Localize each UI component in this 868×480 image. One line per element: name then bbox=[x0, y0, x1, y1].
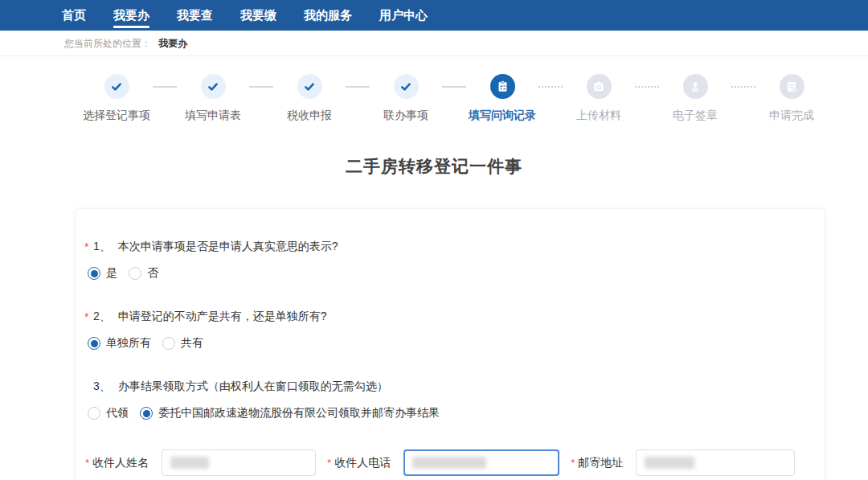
recipient-name-input[interactable] bbox=[162, 449, 316, 476]
option-label: 共有 bbox=[181, 336, 203, 351]
field-label: *邮寄地址 bbox=[571, 456, 623, 470]
field-recipient-name: *收件人姓名 bbox=[85, 449, 316, 476]
required-asterisk: * bbox=[84, 310, 88, 323]
radio-unselected-icon[interactable] bbox=[129, 267, 141, 280]
check-icon bbox=[297, 74, 322, 99]
option-label: 是 bbox=[106, 266, 117, 281]
nav-item-user-center[interactable]: 用户中心 bbox=[366, 0, 441, 31]
check-icon bbox=[201, 74, 226, 99]
question-number: 2、 bbox=[93, 310, 111, 322]
question-text: *1、本次申请事项是否是申请人真实意思的表示? bbox=[85, 240, 809, 252]
step-e-signature: 电子签章 bbox=[659, 74, 731, 123]
step-connector bbox=[538, 86, 563, 88]
question-1: *1、本次申请事项是否是申请人真实意思的表示? 是 否 bbox=[85, 240, 809, 281]
check-icon bbox=[104, 74, 129, 99]
nav-item-pay[interactable]: 我要缴 bbox=[227, 0, 290, 31]
step-connector bbox=[249, 86, 273, 88]
recipient-phone-input[interactable] bbox=[403, 449, 559, 476]
radio-selected-icon[interactable] bbox=[140, 407, 153, 420]
option-pickup-by-agent[interactable]: 代领 bbox=[88, 406, 129, 421]
radio-selected-icon[interactable] bbox=[88, 267, 100, 280]
step-fill-application: 填写申请表 bbox=[177, 74, 249, 123]
redacted-value bbox=[645, 457, 694, 469]
radio-selected-icon[interactable] bbox=[88, 337, 100, 350]
step-label: 上传材料 bbox=[576, 109, 621, 123]
required-asterisk: * bbox=[571, 457, 575, 469]
question-options: 单独所有 共有 bbox=[85, 336, 809, 351]
field-mailing-address: *邮寄地址 bbox=[571, 449, 795, 476]
field-recipient-phone: *收件人电话 bbox=[327, 449, 559, 476]
option-no[interactable]: 否 bbox=[129, 266, 158, 281]
step-label: 填写申请表 bbox=[185, 109, 241, 123]
question-number: 1、 bbox=[93, 240, 111, 252]
step-connector bbox=[442, 86, 466, 88]
nav-item-home[interactable]: 首页 bbox=[48, 0, 100, 31]
question-options: 是 否 bbox=[85, 266, 809, 281]
step-label: 填写问询记录 bbox=[469, 109, 536, 123]
question-options: 代领 委托中国邮政速递物流股份有限公司领取并邮寄办事结果 bbox=[85, 406, 809, 421]
radio-unselected-icon[interactable] bbox=[162, 337, 175, 350]
step-select-registration: 选择登记事项 bbox=[80, 74, 153, 123]
stamp-icon bbox=[683, 74, 708, 99]
check-icon bbox=[394, 74, 419, 99]
step-label: 申请完成 bbox=[769, 109, 814, 123]
step-label: 电子签章 bbox=[673, 109, 718, 123]
step-connector bbox=[635, 86, 659, 88]
nav-item-my-services[interactable]: 我的服务 bbox=[290, 0, 366, 31]
step-inquiry-record: 填写问询记录 bbox=[466, 74, 538, 123]
step-tax-declaration: 税收申报 bbox=[273, 74, 346, 123]
option-co-ownership[interactable]: 共有 bbox=[162, 336, 203, 351]
question-3: 3、办事结果领取方式（由权利人在窗口领取的无需勾选） 代领 委托中国邮政速递物流… bbox=[85, 379, 809, 421]
upload-icon bbox=[587, 74, 612, 99]
question-text: 3、办事结果领取方式（由权利人在窗口领取的无需勾选） bbox=[85, 379, 809, 392]
required-asterisk: * bbox=[327, 457, 331, 469]
nav-item-apply[interactable]: 我要办 bbox=[100, 0, 163, 31]
step-connector bbox=[731, 86, 755, 88]
option-label: 委托中国邮政速递物流股份有限公司领取并邮寄办事结果 bbox=[158, 406, 440, 421]
option-label: 代领 bbox=[106, 406, 129, 421]
step-label: 税收申报 bbox=[287, 109, 332, 123]
breadcrumb-current: 我要办 bbox=[158, 38, 187, 49]
option-postal-delivery[interactable]: 委托中国邮政速递物流股份有限公司领取并邮寄办事结果 bbox=[140, 406, 440, 421]
option-label: 否 bbox=[147, 266, 158, 281]
progress-stepper: 选择登记事项 填写申请表 税收申报 联办事项 bbox=[80, 74, 828, 123]
question-label: 办事结果领取方式（由权利人在窗口领取的无需勾选） bbox=[118, 379, 388, 392]
document-check-icon bbox=[780, 74, 805, 99]
step-label: 联办事项 bbox=[383, 109, 428, 123]
option-label: 单独所有 bbox=[106, 336, 151, 351]
step-application-complete: 申请完成 bbox=[755, 74, 828, 123]
required-asterisk: * bbox=[84, 240, 88, 253]
mailing-address-input[interactable] bbox=[636, 449, 795, 476]
radio-unselected-icon[interactable] bbox=[88, 407, 100, 420]
question-text: *2、申请登记的不动产是共有，还是单独所有? bbox=[85, 310, 809, 322]
recipient-fields-row: *收件人姓名 *收件人电话 *邮寄地址 bbox=[85, 449, 809, 476]
option-sole-ownership[interactable]: 单独所有 bbox=[88, 336, 151, 351]
required-asterisk: * bbox=[85, 457, 89, 469]
field-label: *收件人电话 bbox=[327, 456, 391, 470]
question-2: *2、申请登记的不动产是共有，还是单独所有? 单独所有 共有 bbox=[85, 310, 809, 351]
step-connector bbox=[346, 86, 370, 88]
top-nav: 首页 我要办 我要查 我要缴 我的服务 用户中心 bbox=[0, 0, 868, 31]
question-label: 本次申请事项是否是申请人真实意思的表示? bbox=[118, 240, 338, 252]
step-label: 选择登记事项 bbox=[83, 109, 150, 123]
question-label: 申请登记的不动产是共有，还是单独所有? bbox=[118, 310, 327, 322]
redacted-value bbox=[412, 457, 486, 469]
breadcrumb-prefix: 您当前所处的位置： bbox=[64, 38, 151, 49]
page-title: 二手房转移登记一件事 bbox=[0, 155, 868, 178]
nav-item-query[interactable]: 我要查 bbox=[163, 0, 227, 31]
option-yes[interactable]: 是 bbox=[88, 266, 117, 281]
step-connector bbox=[153, 86, 177, 88]
question-number: 3、 bbox=[93, 379, 111, 392]
step-joint-matters: 联办事项 bbox=[370, 74, 442, 123]
redacted-value bbox=[170, 457, 209, 469]
field-label: *收件人姓名 bbox=[85, 456, 149, 470]
inquiry-form-card: *1、本次申请事项是否是申请人真实意思的表示? 是 否 *2、申请登记的不动产是… bbox=[75, 208, 825, 480]
clipboard-icon bbox=[490, 74, 515, 99]
breadcrumb: 您当前所处的位置： 我要办 bbox=[0, 31, 868, 56]
step-upload-materials: 上传材料 bbox=[563, 74, 635, 123]
